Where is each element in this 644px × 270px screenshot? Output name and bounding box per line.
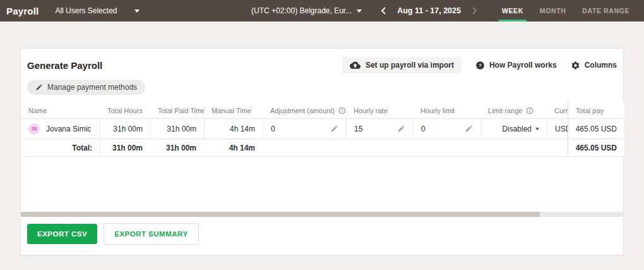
chevron-down-icon [535, 128, 539, 130]
pencil-icon[interactable] [330, 125, 338, 133]
limit-range-value: Disabled [502, 125, 532, 133]
prev-week-button[interactable] [379, 6, 388, 15]
timezone-label: (UTC +02:00) Belgrade, Eur... [251, 6, 352, 15]
cloud-upload-icon [350, 61, 361, 70]
cell-currency: USD [547, 119, 568, 138]
setup-payroll-import-label: Set up payroll via import [366, 61, 454, 70]
page-title: Payroll [6, 6, 39, 16]
table-row: JS Jovana Simic 31h 00m 31h 00m 4h 14m 0… [21, 119, 624, 139]
total-total-paid-time: 31h 00m [150, 139, 204, 156]
pencil-icon [35, 83, 43, 91]
cell-hourly-limit: 0 [413, 119, 480, 138]
table-header-row: Name Total Hours Total Paid Time Manual … [21, 102, 624, 119]
users-filter-dropdown[interactable]: All Users Selected [55, 6, 140, 15]
help-icon: ? [475, 61, 485, 70]
total-manual-time: 4h 14m [204, 139, 263, 156]
total-label: Total: [21, 139, 100, 156]
generate-payroll-card: Generate Payroll Set up payroll via impo… [20, 48, 624, 255]
info-icon[interactable] [526, 107, 534, 114]
users-filter-label: All Users Selected [55, 6, 117, 15]
columns-label: Columns [585, 61, 617, 70]
how-payroll-works-label: How Payroll works [489, 61, 557, 70]
hourly-rate-value: 15 [354, 125, 362, 133]
cell-manual-time: 4h 14m [204, 119, 263, 138]
chevron-down-icon [134, 9, 140, 13]
col-header-adjustment: Adjustment (amount) [263, 102, 346, 118]
col-header-name: Name [21, 102, 100, 118]
cell-hourly-rate: 15 [346, 119, 413, 138]
payroll-table: Name Total Hours Total Paid Time Manual … [21, 102, 624, 157]
setup-payroll-import-button[interactable]: Set up payroll via import [342, 57, 462, 73]
horizontal-scrollbar[interactable] [21, 212, 623, 217]
col-header-hourly-limit: Hourly limit [413, 102, 480, 118]
col-header-total-hours: Total Hours [100, 102, 150, 118]
cell-total-hours: 31h 00m [100, 119, 150, 138]
col-header-manual-time: Manual Time [204, 102, 263, 118]
cell-total-paid-time: 31h 00m [150, 119, 204, 138]
date-navigator: Aug 11 - 17, 2025 [379, 0, 479, 21]
col-header-total-paid-time: Total Paid Time [150, 102, 204, 118]
card-title: Generate Payroll [27, 60, 102, 71]
manage-payment-methods-label: Manage payment methods [47, 83, 137, 92]
limit-range-dropdown[interactable]: Disabled [489, 125, 539, 133]
range-tabs: WEEK MONTH DATE RANGE [494, 0, 638, 21]
col-header-total-pay: Total pay [568, 102, 624, 118]
col-header-currency: Currency [547, 102, 568, 118]
tab-date-range[interactable]: DATE RANGE [574, 0, 638, 21]
timezone-dropdown[interactable]: (UTC +02:00) Belgrade, Eur... [251, 0, 362, 21]
table-total-row: Total: 31h 00m 31h 00m 4h 14m 465.05 USD [21, 139, 624, 157]
gear-icon [571, 61, 580, 70]
col-header-limit-range: Limit range [480, 102, 547, 118]
cell-limit-range: Disabled [480, 119, 547, 138]
pencil-icon[interactable] [465, 125, 473, 133]
scrollbar-thumb[interactable] [21, 212, 540, 217]
cell-total-pay: 465.05 USD [568, 119, 624, 138]
adjustment-value: 0 [271, 125, 275, 133]
svg-text:?: ? [479, 63, 482, 68]
export-csv-button[interactable]: EXPORT CSV [27, 224, 97, 244]
next-week-button[interactable] [470, 6, 479, 15]
pencil-icon[interactable] [397, 125, 405, 133]
manage-payment-methods-chip[interactable]: Manage payment methods [27, 80, 145, 95]
chevron-down-icon [357, 9, 362, 13]
total-total-pay: 465.05 USD [568, 139, 624, 156]
avatar: JS [28, 123, 40, 135]
export-summary-button[interactable]: EXPORT SUMMARY [104, 223, 198, 245]
tab-month[interactable]: MONTH [532, 0, 575, 21]
cell-adjustment: 0 [263, 119, 346, 138]
how-payroll-works-button[interactable]: ? How Payroll works [475, 61, 557, 70]
columns-button[interactable]: Columns [571, 61, 617, 70]
topbar: Payroll All Users Selected (UTC +02:00) … [0, 0, 644, 21]
col-header-hourly-rate: Hourly rate [346, 102, 413, 118]
tab-week[interactable]: WEEK [494, 0, 532, 21]
date-range-label: Aug 11 - 17, 2025 [397, 6, 461, 15]
hourly-limit-value: 0 [421, 125, 426, 133]
info-icon[interactable] [338, 107, 346, 114]
user-name: Jovana Simic [46, 125, 91, 133]
total-total-hours: 31h 00m [100, 139, 150, 156]
cell-name: JS Jovana Simic [21, 119, 100, 138]
